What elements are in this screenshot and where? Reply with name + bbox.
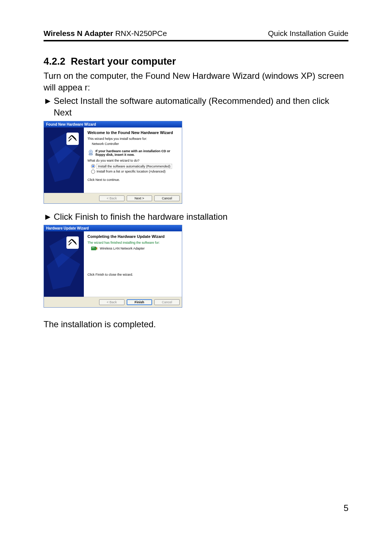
wizard2-device-name: Wireless LAN Network Adapter: [100, 247, 145, 250]
bullet-1: ► Select Install the software automatica…: [44, 95, 348, 119]
wizard2-buttons: < Back Finish Cancel: [44, 297, 182, 307]
wizard1-option2-label: Install from a list or specific location…: [97, 170, 166, 173]
back-button[interactable]: < Back: [99, 299, 124, 305]
svg-rect-6: [66, 236, 79, 249]
cancel-button[interactable]: Cancel: [154, 299, 180, 305]
wizard1-option1[interactable]: Install the software automatically (Reco…: [91, 164, 178, 169]
cd-icon: [87, 149, 94, 156]
back-button[interactable]: < Back: [99, 195, 124, 201]
cancel-button[interactable]: Cancel: [154, 195, 180, 201]
wizard2-side-graphic: [44, 231, 84, 297]
product-name: Wireless N Adapter RNX-N250PCe: [44, 29, 167, 38]
radio-unselected-icon: [91, 170, 95, 174]
section-title: Restart your computer: [71, 56, 176, 67]
wizard1-device: Network Controller: [92, 142, 178, 146]
wizard1-cd-text: If your hardware came with an installati…: [95, 149, 178, 157]
svg-rect-7: [91, 247, 96, 250]
wizard2-main: Completing the Hardware Update Wizard Th…: [84, 231, 182, 297]
intro-paragraph: Turn on the computer, the Found New Hard…: [44, 70, 348, 94]
wizard2-heading: Completing the Hardware Update Wizard: [87, 234, 178, 239]
page-number: 5: [344, 503, 348, 513]
svg-point-3: [90, 151, 91, 152]
wizard2-device-row: Wireless LAN Network Adapter: [91, 246, 178, 251]
completion-paragraph: The installation is completed.: [44, 319, 348, 330]
wizard1-option2[interactable]: Install from a list or specific location…: [91, 170, 178, 174]
svg-rect-1: [66, 133, 79, 145]
wizard1-main: Welcome to the Found New Hardware Wizard…: [84, 127, 182, 193]
wizard1-option1-label: Install the software automatically (Reco…: [97, 164, 172, 169]
next-button[interactable]: Next >: [127, 195, 152, 201]
doc-type: Quick Installation Guide: [268, 29, 348, 38]
svg-rect-9: [93, 247, 94, 248]
screenshot-wizard-2: Hardware Update Wizard Completing the Ha…: [44, 225, 182, 308]
bullet-2-text: Click Finish to finish the hardware inst…: [54, 211, 228, 223]
product-bold: Wireless N Adapter: [44, 29, 113, 37]
header-rule: [44, 40, 348, 41]
bullet-1-text: Select Install the software automaticall…: [54, 95, 348, 119]
wizard1-continue: Click Next to continue.: [87, 178, 178, 182]
bullet-arrow-icon: ►: [44, 211, 54, 223]
section-heading: 4.2.2 Restart your computer: [44, 56, 348, 67]
wizard2-titlebar: Hardware Update Wizard: [44, 225, 182, 231]
wizard1-intro: This wizard helps you install software f…: [87, 137, 178, 141]
wizard1-titlebar: Found New Hardware Wizard: [44, 121, 182, 127]
page-header: Wireless N Adapter RNX-N250PCe Quick Ins…: [44, 29, 348, 38]
finish-button[interactable]: Finish: [127, 299, 152, 305]
svg-rect-10: [96, 247, 97, 250]
wizard1-cd-note: If your hardware came with an installati…: [87, 149, 178, 157]
bullet-arrow-icon: ►: [44, 95, 54, 119]
wizard2-close-text: Click Finish to close the wizard.: [87, 273, 178, 276]
wizard2-done-text: The wizard has finished installing the s…: [87, 241, 178, 244]
product-model: RNX-N250PCe: [115, 29, 167, 37]
svg-rect-8: [92, 247, 93, 248]
radio-selected-icon: [91, 164, 95, 168]
bullet-2: ► Click Finish to finish the hardware in…: [44, 211, 348, 223]
wizard1-side-graphic: [44, 127, 84, 193]
nic-icon: [91, 246, 98, 251]
screenshot-wizard-1: Found New Hardware Wizard Welcome to the…: [44, 121, 182, 204]
wizard1-buttons: < Back Next > Cancel: [44, 193, 182, 203]
svg-rect-4: [89, 154, 93, 155]
section-number: 4.2.2: [44, 56, 65, 67]
wizard1-question: What do you want the wizard to do?: [87, 159, 178, 162]
wizard1-heading: Welcome to the Found New Hardware Wizard: [87, 130, 178, 135]
